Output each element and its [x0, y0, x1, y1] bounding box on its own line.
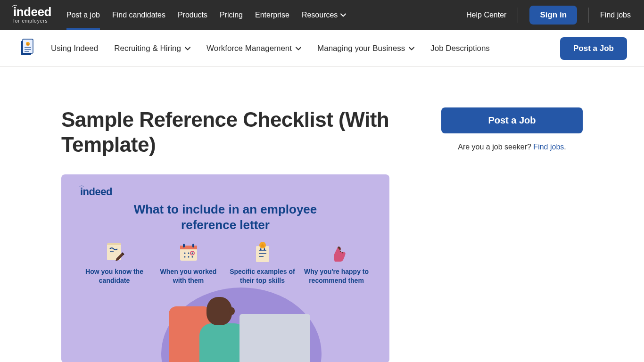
post-a-job-button[interactable]: Post a Job [560, 37, 627, 60]
article-column: Sample Reference Checklist (With Templat… [61, 107, 389, 362]
page-title: Sample Reference Checklist (With Templat… [61, 107, 389, 157]
infographic-logo: ⌒indeed [80, 186, 371, 198]
main-content: Sample Reference Checklist (With Templat… [0, 67, 644, 362]
chevron-down-icon [185, 45, 190, 52]
find-jobs-inline-link[interactable]: Find jobs [533, 143, 564, 151]
subnav-job-descriptions[interactable]: Job Descriptions [430, 44, 490, 53]
thumbs-up-icon [302, 243, 371, 263]
sub-nav: Using Indeed Recruiting & Hiring Workfor… [0, 30, 644, 67]
jobseeker-prompt: Are you a job seeker? Find jobs. [441, 143, 583, 151]
subnav-managing-business[interactable]: Managing your Business [317, 44, 414, 53]
nav-enterprise[interactable]: Enterprise [255, 0, 289, 30]
chevron-down-icon [340, 12, 346, 18]
illustration [107, 269, 343, 362]
svg-point-17 [188, 256, 189, 258]
certificate-icon [228, 243, 297, 263]
find-jobs-link[interactable]: Find jobs [589, 11, 631, 19]
aside-column: Post a Job Are you a job seeker? Find jo… [441, 107, 583, 362]
svg-point-13 [188, 253, 189, 254]
svg-rect-11 [192, 244, 194, 247]
topnav-right: Help Center Sign in Find jobs [455, 6, 631, 25]
aside-post-a-job-button[interactable]: Post a Job [441, 107, 583, 133]
infographic-card: ⌒indeed What to include in an employee r… [61, 174, 389, 362]
subnav-using-indeed[interactable]: Using Indeed [51, 44, 98, 53]
svg-rect-19 [256, 246, 269, 262]
guide-icon [17, 38, 38, 59]
paper-signature-icon [80, 243, 149, 263]
logo-subtext: for employers [13, 18, 48, 24]
svg-point-16 [184, 256, 185, 258]
nav-find-candidates[interactable]: Find candidates [112, 0, 165, 30]
svg-point-18 [191, 256, 193, 258]
nav-products[interactable]: Products [178, 0, 207, 30]
chevron-down-icon [296, 45, 301, 52]
subnav-recruiting-hiring[interactable]: Recruiting & Hiring [114, 44, 190, 53]
subnav-workforce-management[interactable]: Workforce Management [206, 44, 301, 53]
logo-text: indeed [13, 5, 51, 19]
nav-post-a-job[interactable]: Post a job [66, 0, 100, 30]
chevron-down-icon [409, 45, 414, 52]
logo[interactable]: ⌒indeed for employers [13, 7, 51, 23]
subnav-links: Using Indeed Recruiting & Hiring Workfor… [51, 44, 490, 53]
divider [518, 8, 518, 23]
svg-point-12 [184, 253, 185, 254]
topnav-links: Post a job Find candidates Products Pric… [66, 0, 347, 30]
svg-point-15 [191, 253, 193, 254]
infographic-title: What to include in an employee reference… [80, 202, 371, 234]
svg-rect-10 [183, 244, 185, 247]
calendar-icon [154, 243, 223, 263]
svg-rect-9 [180, 246, 197, 249]
nav-resources[interactable]: Resources [302, 0, 346, 30]
help-center-link[interactable]: Help Center [455, 11, 518, 19]
sign-in-button[interactable]: Sign in [529, 6, 577, 25]
top-nav: ⌒indeed for employers Post a job Find ca… [0, 0, 644, 30]
nav-pricing[interactable]: Pricing [220, 0, 243, 30]
